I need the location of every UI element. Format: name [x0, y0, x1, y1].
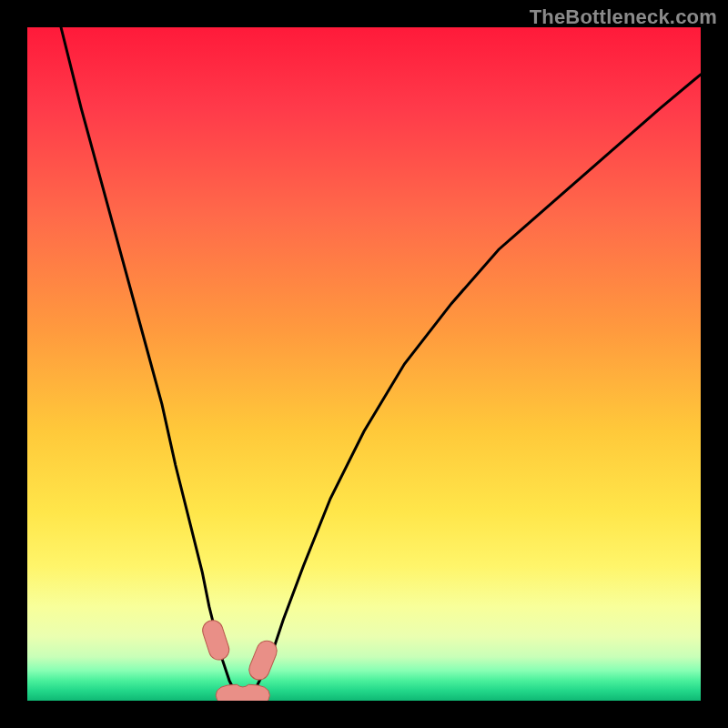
- gradient-background: [27, 27, 701, 701]
- plot-area: [27, 27, 701, 701]
- watermark-text: TheBottleneck.com: [530, 5, 717, 29]
- chart-svg: [27, 27, 701, 701]
- marker-bottom-seat: [216, 684, 269, 701]
- outer-frame: TheBottleneck.com: [0, 0, 728, 728]
